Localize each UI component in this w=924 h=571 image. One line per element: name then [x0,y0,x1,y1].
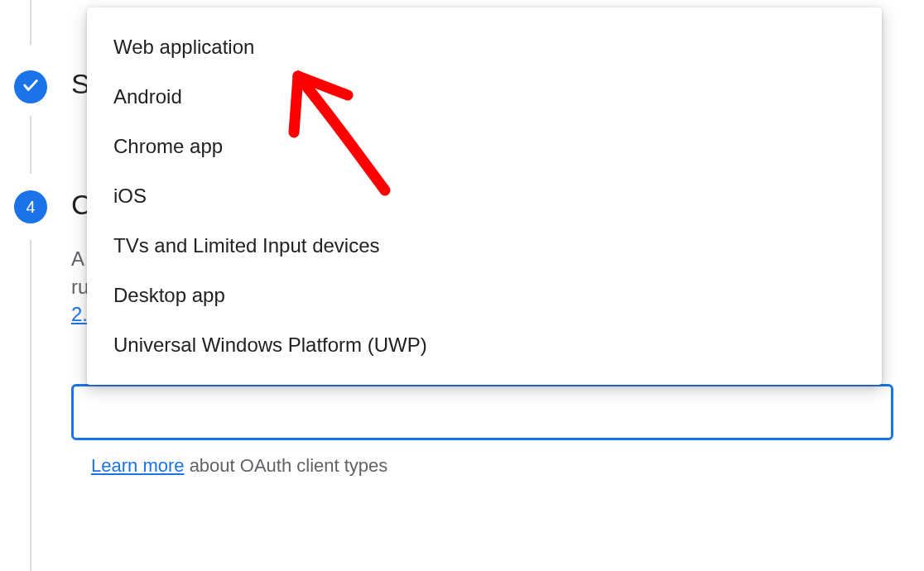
learn-more-line: Learn more about OAuth client types [91,455,387,477]
option-uwp[interactable]: Universal Windows Platform (UWP) [87,320,882,370]
stepper-rail [30,0,31,46]
step4-badge: 4 [14,190,47,223]
body-link-fragment[interactable]: 2. [71,303,88,325]
stepper-rail [30,116,31,174]
option-ios[interactable]: iOS [87,171,882,221]
body-line1: A [71,247,84,270]
application-type-select[interactable] [71,384,893,440]
option-desktop-app[interactable]: Desktop app [87,271,882,320]
learn-more-rest: about OAuth client types [185,455,388,476]
stepper-rail [30,240,31,571]
option-chrome-app[interactable]: Chrome app [87,122,882,171]
option-android[interactable]: Android [87,72,882,122]
learn-more-link[interactable]: Learn more [91,455,185,476]
application-type-dropdown[interactable]: Web application Android Chrome app iOS T… [87,7,882,385]
option-web-application[interactable]: Web application [87,22,882,72]
step-complete-badge [14,70,47,103]
option-tvs-limited-input[interactable]: TVs and Limited Input devices [87,221,882,271]
check-icon [22,76,40,98]
